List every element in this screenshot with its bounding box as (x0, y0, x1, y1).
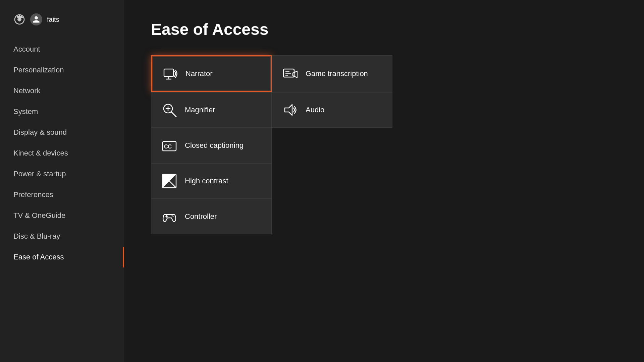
sidebar-item-tv-oneguide[interactable]: TV & OneGuide (0, 205, 124, 226)
option-audio[interactable]: Audio (272, 92, 392, 128)
option-label-narrator: Narrator (185, 69, 213, 78)
sidebar-item-power-startup[interactable]: Power & startup (0, 164, 124, 184)
narrator-icon (163, 66, 177, 81)
sidebar-item-preferences[interactable]: Preferences (0, 184, 124, 205)
svg-marker-13 (285, 105, 292, 115)
option-label-controller: Controller (185, 212, 217, 221)
sidebar-item-ease-of-access[interactable]: Ease of Access (0, 247, 124, 267)
svg-point-22 (173, 216, 174, 217)
option-label-magnifier: Magnifier (185, 106, 215, 114)
svg-text:CC: CC (164, 144, 172, 149)
high-contrast-icon (162, 174, 177, 188)
magnifier-icon (162, 103, 177, 117)
option-closed-captioning[interactable]: CC Closed captioning (151, 128, 272, 163)
game-transcription-icon (283, 66, 298, 81)
sidebar-item-account[interactable]: Account (0, 39, 124, 60)
sidebar-item-personalization[interactable]: Personalization (0, 60, 124, 80)
sidebar: faits AccountPersonalizationNetworkSyste… (0, 0, 124, 362)
option-high-contrast[interactable]: High contrast (151, 163, 272, 199)
options-grid: Narrator Game transcription Magnifier Au… (151, 55, 617, 234)
sidebar-item-system[interactable]: System (0, 101, 124, 122)
option-controller[interactable]: Controller (151, 199, 272, 234)
gear-icon[interactable] (13, 13, 25, 25)
sidebar-item-network[interactable]: Network (0, 80, 124, 101)
main-content: Ease of Access Narrator Game transcripti… (124, 0, 644, 362)
option-label-audio: Audio (306, 106, 324, 114)
sidebar-item-kinect-devices[interactable]: Kinect & devices (0, 143, 124, 164)
svg-line-10 (171, 112, 176, 117)
audio-icon (283, 103, 298, 117)
controller-icon (162, 209, 177, 224)
option-magnifier[interactable]: Magnifier (151, 92, 272, 128)
page-title: Ease of Access (151, 20, 617, 39)
sidebar-item-display-sound[interactable]: Display & sound (0, 122, 124, 143)
option-label-closed-captioning: Closed captioning (185, 141, 244, 150)
svg-rect-1 (164, 69, 173, 76)
option-label-high-contrast: High contrast (185, 177, 228, 185)
option-label-game-transcription: Game transcription (306, 69, 368, 78)
sidebar-nav: AccountPersonalizationNetworkSystemDispl… (0, 39, 124, 362)
option-narrator[interactable]: Narrator (151, 55, 272, 92)
svg-point-21 (172, 215, 173, 216)
sidebar-item-disc-bluray[interactable]: Disc & Blu-ray (0, 226, 124, 247)
avatar (30, 13, 42, 25)
sidebar-header: faits (0, 13, 124, 39)
username-label: faits (47, 16, 59, 23)
option-game-transcription[interactable]: Game transcription (272, 55, 392, 92)
closed-captioning-icon: CC (162, 138, 177, 153)
